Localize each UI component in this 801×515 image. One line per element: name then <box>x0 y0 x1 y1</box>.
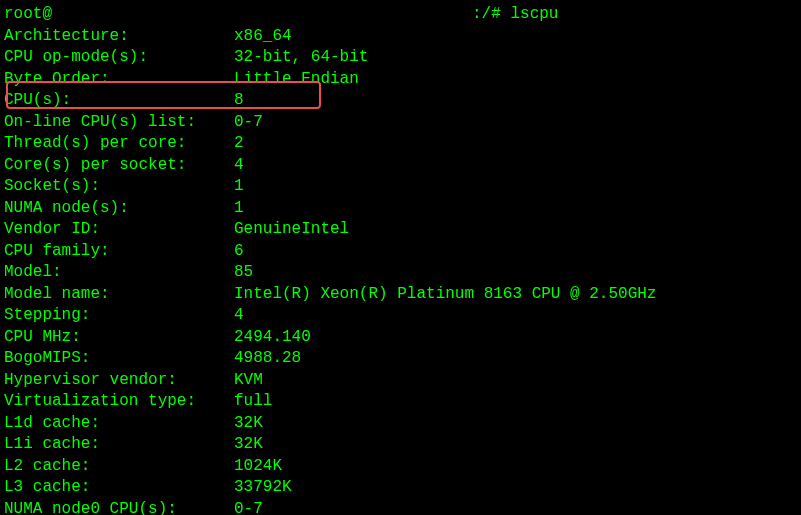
row-value: 0-7 <box>234 112 263 134</box>
row-label: NUMA node(s): <box>4 198 234 220</box>
row-value: x86_64 <box>234 26 292 48</box>
row-value: 1 <box>234 176 244 198</box>
row-value: Intel(R) Xeon(R) Platinum 8163 CPU @ 2.5… <box>234 284 656 306</box>
prompt-command: lscpu <box>510 4 558 26</box>
output-row: NUMA node(s):1 <box>4 198 797 220</box>
output-row: NUMA node0 CPU(s):0-7 <box>4 499 797 516</box>
output-row: CPU(s):8 <box>4 90 797 112</box>
output-row: Virtualization type:full <box>4 391 797 413</box>
row-label: Architecture: <box>4 26 234 48</box>
row-label: NUMA node0 CPU(s): <box>4 499 234 516</box>
row-label: On-line CPU(s) list: <box>4 112 234 134</box>
prompt-user: root <box>4 4 42 26</box>
row-label: Hypervisor vendor: <box>4 370 234 392</box>
output-row: Stepping:4 <box>4 305 797 327</box>
row-label: Thread(s) per core: <box>4 133 234 155</box>
output-row: Hypervisor vendor:KVM <box>4 370 797 392</box>
row-value: Little Endian <box>234 69 359 91</box>
prompt-line: root@:/# lscpu <box>4 4 797 26</box>
row-value: 2 <box>234 133 244 155</box>
row-value: full <box>234 391 272 413</box>
prompt-at: @ <box>42 4 52 26</box>
row-value: 32K <box>234 413 263 435</box>
row-value: 33792K <box>234 477 292 499</box>
output-row: Model:85 <box>4 262 797 284</box>
row-value: 1 <box>234 198 244 220</box>
row-label: Stepping: <box>4 305 234 327</box>
output-row: BogoMIPS:4988.28 <box>4 348 797 370</box>
redacted-hostname-2 <box>172 4 292 22</box>
row-label: BogoMIPS: <box>4 348 234 370</box>
row-value: 6 <box>234 241 244 263</box>
row-value: 2494.140 <box>234 327 311 349</box>
row-label: L3 cache: <box>4 477 234 499</box>
output-row: Architecture:x86_64 <box>4 26 797 48</box>
row-value: 4988.28 <box>234 348 301 370</box>
row-label: Virtualization type: <box>4 391 234 413</box>
output-row: L1d cache:32K <box>4 413 797 435</box>
row-label: Core(s) per socket: <box>4 155 234 177</box>
row-label: CPU family: <box>4 241 234 263</box>
row-label: CPU MHz: <box>4 327 234 349</box>
output-row: CPU op-mode(s):32-bit, 64-bit <box>4 47 797 69</box>
row-value: GenuineIntel <box>234 219 349 241</box>
row-value: 0-7 <box>234 499 263 516</box>
output-row: Core(s) per socket:4 <box>4 155 797 177</box>
row-label: Vendor ID: <box>4 219 234 241</box>
row-value: 4 <box>234 155 244 177</box>
row-label: Byte Order: <box>4 69 234 91</box>
row-value: 32-bit, 64-bit <box>234 47 368 69</box>
row-value: 85 <box>234 262 253 284</box>
output-row: L2 cache:1024K <box>4 456 797 478</box>
row-value: 32K <box>234 434 263 456</box>
row-value: KVM <box>234 370 263 392</box>
row-label: L2 cache: <box>4 456 234 478</box>
output-row: L1i cache:32K <box>4 434 797 456</box>
row-label: Socket(s): <box>4 176 234 198</box>
output-row: CPU family:6 <box>4 241 797 263</box>
row-value: 8 <box>234 90 244 112</box>
output-row: CPU MHz:2494.140 <box>4 327 797 349</box>
row-label: L1i cache: <box>4 434 234 456</box>
output-row: Model name:Intel(R) Xeon(R) Platinum 816… <box>4 284 797 306</box>
row-label: Model: <box>4 262 234 284</box>
terminal-window[interactable]: root@:/# lscpu Architecture:x86_64CPU op… <box>4 4 797 511</box>
prompt-path: :/# <box>472 4 510 26</box>
row-value: 4 <box>234 305 244 327</box>
output-row: On-line CPU(s) list:0-7 <box>4 112 797 134</box>
output-row: Socket(s):1 <box>4 176 797 198</box>
redacted-hostname-1 <box>52 4 172 22</box>
output-row: L3 cache:33792K <box>4 477 797 499</box>
output-row: Byte Order:Little Endian <box>4 69 797 91</box>
row-value: 1024K <box>234 456 282 478</box>
row-label: L1d cache: <box>4 413 234 435</box>
output-row: Thread(s) per core:2 <box>4 133 797 155</box>
row-label: Model name: <box>4 284 234 306</box>
output-row: Vendor ID:GenuineIntel <box>4 219 797 241</box>
row-label: CPU(s): <box>4 90 234 112</box>
lscpu-output: Architecture:x86_64CPU op-mode(s):32-bit… <box>4 26 797 516</box>
row-label: CPU op-mode(s): <box>4 47 234 69</box>
